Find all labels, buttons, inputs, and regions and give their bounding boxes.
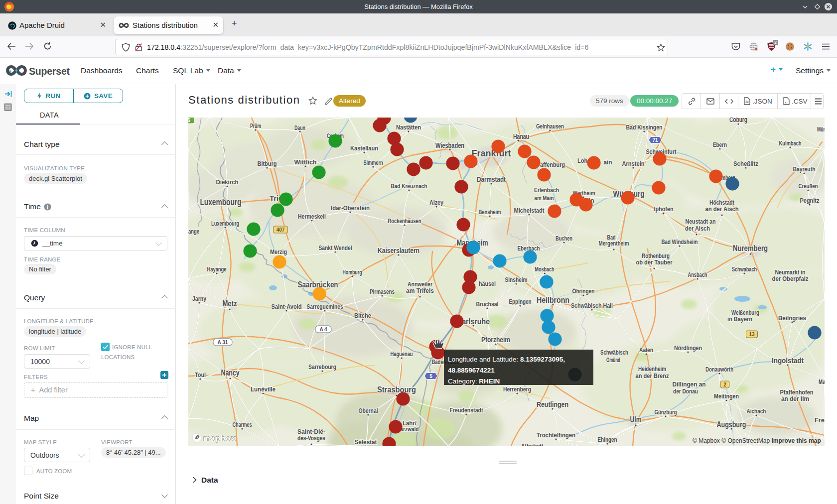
svg-text:Creußen: Creußen: [799, 182, 818, 190]
svg-text:Bad Kissingen: Bad Kissingen: [626, 124, 663, 131]
svg-text:der Aisch: der Aisch: [685, 225, 710, 232]
svg-text:Sarreguemines: Sarreguemines: [307, 303, 343, 310]
svg-text:affenburg: affenburg: [540, 161, 565, 168]
svg-text:2: 2: [723, 382, 726, 387]
svg-text:Darmstadt: Darmstadt: [477, 175, 506, 183]
svg-text:Kaiserslautern: Kaiserslautern: [378, 247, 419, 254]
svg-text:Mosbach: Mosbach: [535, 265, 555, 273]
svg-text:Simmern: Simmern: [364, 159, 383, 166]
svg-text:Idar-Oberstein: Idar-Oberstein: [331, 204, 370, 212]
svg-text:Sarrebourg: Sarrebourg: [308, 363, 336, 371]
svg-text:Neustadt an: Neustadt an: [686, 218, 716, 225]
svg-text:an der Ilm: an der Ilm: [781, 395, 809, 402]
svg-text:Arnstein: Arnstein: [622, 160, 645, 167]
svg-text:x: x: [785, 101, 787, 104]
svg-text:Bad Windsheim: Bad Windsheim: [662, 238, 698, 246]
svg-text:Bad Kreuznach: Bad Kreuznach: [391, 182, 427, 190]
svg-text:13: 13: [749, 332, 755, 337]
svg-text:Sinsheim: Sinsheim: [505, 276, 528, 283]
svg-text:Iphofen: Iphofen: [654, 205, 674, 213]
svg-text:Münch: Münch: [817, 126, 825, 133]
svg-text:Heilbronn: Heilbronn: [537, 296, 569, 304]
svg-text:Bitche: Bitche: [354, 312, 371, 319]
svg-text:5: 5: [188, 118, 190, 123]
svg-text:Charmes: Charmes: [233, 421, 252, 428]
svg-text:am Trifels: am Trifels: [406, 287, 434, 294]
svg-text:ain: ain: [604, 158, 612, 166]
svg-text:Metz: Metz: [223, 299, 237, 308]
svg-text:Sélestat: Sélestat: [355, 438, 378, 446]
svg-text:Bensheim: Bensheim: [479, 208, 501, 216]
svg-text:Michelstadt: Michelstadt: [514, 207, 545, 214]
svg-text:der Donau: der Donau: [673, 387, 698, 395]
svg-text:Donauwörth: Donauwörth: [705, 366, 733, 373]
svg-text:Jarny: Jarny: [192, 295, 207, 302]
svg-text:Schwäbisch: Schwäbisch: [600, 349, 628, 356]
svg-text:Aalen: Aalen: [639, 346, 653, 354]
svg-text:Albstadt: Albstadt: [521, 442, 544, 446]
svg-text:Buchen: Buchen: [556, 235, 572, 242]
svg-text:A 4: A 4: [319, 327, 327, 332]
svg-text:5: 5: [429, 374, 432, 379]
svg-text:an der Aisch: an der Aisch: [705, 205, 739, 213]
svg-text:Coburg: Coburg: [729, 118, 747, 124]
svg-text:Gelnhausen: Gelnhausen: [536, 123, 564, 130]
svg-text:Freudenstadt: Freudenstadt: [450, 406, 484, 414]
svg-text:Hanau: Hanau: [513, 132, 529, 140]
svg-text:Kastellaun: Kastellaun: [350, 144, 378, 152]
svg-text:© Mapbox © OpenStreetMap Impro: © Mapbox © OpenStreetMap Improve this ma…: [693, 437, 821, 444]
svg-text:Diekirch: Diekirch: [216, 178, 239, 186]
svg-text:Nancy: Nancy: [221, 369, 240, 377]
svg-text:Ansbach: Ansbach: [688, 271, 707, 278]
svg-text:Luxembourg: Luxembourg: [211, 220, 239, 227]
svg-text:Aichach: Aichach: [747, 407, 766, 415]
svg-text:ob der Tauber: ob der Tauber: [636, 258, 673, 266]
svg-text:Günzburg: Günzburg: [655, 408, 677, 416]
svg-text:in Bayern: in Bayern: [727, 315, 752, 323]
svg-text:Pforzheim: Pforzheim: [481, 335, 510, 344]
svg-text:der Oberpfalz: der Oberpfalz: [772, 275, 809, 282]
svg-text:Ingolstadt: Ingolstadt: [772, 356, 804, 365]
svg-text:Heidenheim: Heidenheim: [638, 365, 666, 373]
svg-text:Mergentheim: Mergentheim: [599, 240, 629, 247]
svg-text:407: 407: [277, 227, 285, 233]
svg-text:Luxembourg: Luxembourg: [200, 197, 242, 207]
svg-text:Wittlich: Wittlich: [294, 158, 317, 166]
svg-text:71: 71: [652, 137, 658, 143]
svg-text:Schwäbisch Hall: Schwäbisch Hall: [571, 302, 613, 309]
svg-text:Ebern: Ebern: [713, 141, 727, 148]
svg-text:Prüm: Prüm: [250, 122, 261, 129]
svg-text:des-Vosges: des-Vosges: [297, 434, 325, 442]
svg-text:A 31: A 31: [218, 340, 228, 345]
svg-text:Rockenhausen: Rockenhausen: [388, 217, 421, 225]
svg-text:Öhringen: Öhringen: [572, 287, 595, 295]
svg-text:Ulm: Ulm: [630, 415, 642, 424]
svg-text:Frankfurt: Frankfurt: [472, 148, 512, 158]
svg-text:Merzig: Merzig: [270, 248, 287, 255]
svg-text:Dillingen an: Dillingen an: [673, 380, 706, 388]
svg-text:Nördlingen: Nördlingen: [674, 344, 702, 352]
svg-text:häusel: häusel: [479, 280, 496, 287]
svg-text:Daun: Daun: [294, 124, 305, 131]
svg-text:Obernai: Obernai: [359, 407, 378, 414]
svg-text:Augsburg: Augsburg: [717, 420, 746, 429]
svg-text:Strasbourg: Strasbourg: [377, 385, 416, 394]
svg-text:an der Brenz: an der Brenz: [636, 372, 669, 379]
svg-text:Hayange: Hayange: [207, 265, 227, 273]
svg-text:Nastätten: Nastätten: [396, 124, 421, 131]
svg-text:Toul: Toul: [195, 371, 206, 378]
svg-text:Main: Main: [819, 378, 825, 385]
svg-text:Lunéville: Lunéville: [251, 385, 276, 393]
svg-text:Bayreuth: Bayreuth: [793, 165, 816, 173]
svg-text:Bitburg: Bitburg: [258, 160, 277, 167]
svg-text:Reutlingen: Reutlingen: [537, 400, 568, 408]
svg-text:Gmünd: Gmünd: [606, 356, 620, 364]
svg-text:Pirmasens: Pirmasens: [370, 288, 395, 295]
svg-text:Haguenau: Haguenau: [391, 350, 413, 358]
svg-text:Freisi: Freisi: [815, 416, 825, 424]
svg-text:ange: ange: [188, 228, 199, 235]
svg-text:mapbox: mapbox: [203, 434, 236, 442]
svg-text:Pegnitz: Pegnitz: [800, 197, 820, 204]
svg-text:Homburg: Homburg: [343, 268, 362, 276]
svg-text:Hermeskeil: Hermeskeil: [298, 213, 326, 220]
